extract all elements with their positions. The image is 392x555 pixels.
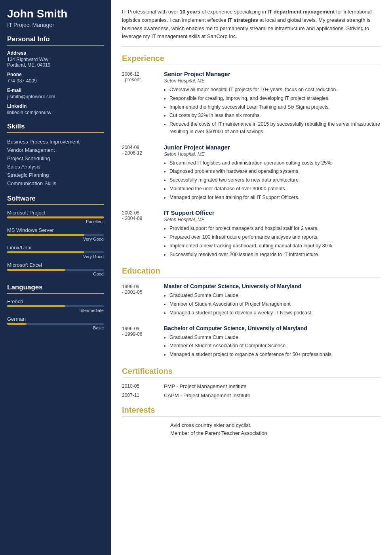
phone-value: 774-987-4009 — [7, 78, 104, 84]
education-heading: Education — [122, 266, 381, 278]
language-item: FrenchIntermediate — [7, 299, 104, 313]
skill-item: Vendor Management — [7, 146, 104, 154]
language-bar-level: Intermediate — [7, 308, 104, 313]
software-bar-fill — [7, 216, 104, 218]
software-bar-container — [7, 216, 104, 218]
linkedin-value: linkedin.com/johnutw — [7, 110, 104, 115]
education-entry: 1999-09 - 2001-05Master of Computer Scie… — [122, 283, 381, 318]
entry-content: IT Support OfficerSeton Hospital, MEProv… — [164, 209, 381, 259]
software-heading: Software — [7, 195, 104, 205]
language-item: GermanBasic — [7, 316, 104, 330]
software-list: Microsoft ProjectExcellentMS Windows Ser… — [7, 210, 104, 276]
summary: IT Professional with over 10 years of ex… — [122, 8, 381, 47]
entry-bullets: Provided support for project managers an… — [164, 225, 381, 258]
skill-item: Strategic Planning — [7, 171, 104, 179]
software-item: Linux/UnixVery Good — [7, 245, 104, 259]
language-bar-level: Basic — [7, 325, 104, 330]
experience-heading: Experience — [122, 54, 381, 65]
edu-entry-bullet: Graduated Summa Cum Laude. — [169, 334, 381, 341]
experience-entry: 2004-09 - 2006-12Junior Project ManagerS… — [122, 144, 381, 203]
experience-entry: 2006-12 - presentSenior Project ManagerS… — [122, 71, 381, 137]
entry-job-title: IT Support Officer — [164, 209, 381, 216]
entry-bullet: Cut costs by 32% in less than six months… — [169, 112, 381, 119]
entry-date: 2002-08 - 2004-09 — [122, 209, 158, 259]
entry-bullet: Implemented a new tracking dashboard, cu… — [169, 242, 381, 250]
interests-list: Avid cross country skier and cyclist.Mem… — [122, 422, 381, 438]
edu-entry-date: 1999-09 - 2001-05 — [122, 283, 158, 318]
entry-org: Seton Hospital, ME — [164, 78, 381, 84]
experience-section: Experience 2006-12 - presentSenior Proje… — [122, 54, 381, 259]
address-label: Address — [7, 50, 104, 56]
edu-entry-degree: Master of Computer Science, University o… — [164, 283, 381, 289]
entry-bullets: Oversaw all major hospital IT projects f… — [164, 86, 381, 136]
software-bar-level: Very Good — [7, 237, 104, 241]
entry-bullet: Prepared over 100 infrastructure perform… — [169, 233, 381, 241]
edu-entry-degree: Bachelor of Computer Science, University… — [164, 325, 381, 331]
entry-job-title: Junior Project Manager — [164, 144, 381, 151]
edu-entry-content: Bachelor of Computer Science, University… — [164, 325, 381, 360]
edu-entry-bullet: Member of Student Association of Project… — [169, 300, 381, 308]
entry-bullets: Streamlined IT logistics and administrat… — [164, 159, 381, 201]
software-item: Microsoft ProjectExcellent — [7, 210, 104, 224]
sidebar: John Smith IT Project Manager Personal I… — [0, 0, 111, 555]
software-bar-fill — [7, 234, 84, 236]
certifications-section: Certifications 2010-05PMP - Project Mana… — [122, 367, 381, 398]
entry-bullet: Successfully migrated two servers to new… — [169, 176, 381, 184]
software-item: Microsoft ExcelGood — [7, 262, 104, 276]
entry-bullet: Successfully resolved over 200 issues in… — [169, 251, 381, 258]
skill-item: Business Process Improvement — [7, 138, 104, 146]
edu-entry-bullet: Graduated Summa Cum Laude. — [169, 292, 381, 299]
software-bar-fill — [7, 269, 65, 271]
language-item-label: German — [7, 316, 104, 322]
interest-item: Member of the Parent Teacher Association… — [170, 430, 268, 436]
experience-entry: 2002-08 - 2004-09IT Support OfficerSeton… — [122, 209, 381, 259]
entry-content: Junior Project ManagerSeton Hospital, ME… — [164, 144, 381, 203]
skills-heading: Skills — [7, 122, 104, 133]
education-entries: 1999-09 - 2001-05Master of Computer Scie… — [122, 283, 381, 360]
address-line2: Portland, ME, 04019 — [7, 62, 104, 68]
interests-entry: Avid cross country skier and cyclist.Mem… — [122, 422, 381, 438]
entry-org: Seton Hospital, ME — [164, 151, 381, 157]
interest-item: Avid cross country skier and cyclist. — [170, 422, 268, 428]
education-entry: 1996-09 - 1999-06Bachelor of Computer Sc… — [122, 325, 381, 360]
certification-row: 2007-11CAPM - Project Management Institu… — [122, 392, 381, 398]
entry-date: 2004-09 - 2006-12 — [122, 144, 158, 203]
certifications-heading: Certifications — [122, 367, 381, 378]
software-item-label: Linux/Unix — [7, 245, 104, 251]
linkedin-label: LinkedIn — [7, 103, 104, 109]
entry-bullet: Oversaw all major hospital IT projects f… — [169, 86, 381, 94]
cert-date: 2010-05 — [122, 383, 158, 389]
email-value: j.smith@uptowork.com — [7, 94, 104, 100]
email-label: E-mail — [7, 88, 104, 93]
software-bar-level: Very Good — [7, 254, 104, 259]
skill-item: Project Scheduling — [7, 154, 104, 163]
edu-entry-bullet: Member of Student Association of Compute… — [169, 342, 381, 350]
edu-entry-bullet: Managed a student project to organize a … — [169, 351, 381, 358]
skill-item: Sales Analysis — [7, 163, 104, 171]
edu-entry-bullets: Graduated Summa Cum Laude.Member of Stud… — [164, 334, 381, 358]
language-bar-fill — [7, 305, 65, 307]
edu-entry-content: Master of Computer Science, University o… — [164, 283, 381, 318]
address-line1: 134 Rightward Way — [7, 57, 104, 62]
entry-job-title: Senior Project Manager — [164, 71, 381, 77]
edu-entry-bullet: Managed a student project to develop a w… — [169, 309, 381, 317]
language-bar-fill — [7, 323, 27, 325]
software-bar-level: Excellent — [7, 219, 104, 224]
interests-heading: Interests — [122, 406, 381, 417]
entry-bullet: Streamlined IT logistics and administrat… — [169, 159, 381, 167]
edu-entry-bullets: Graduated Summa Cum Laude.Member of Stud… — [164, 292, 381, 316]
skills-list: Business Process ImprovementVendor Manag… — [7, 138, 104, 188]
sidebar-title: IT Project Manager — [7, 22, 104, 28]
languages-heading: Languages — [7, 283, 104, 294]
software-bar-container — [7, 234, 104, 236]
software-bar-fill — [7, 251, 84, 253]
education-section: Education 1999-09 - 2001-05Master of Com… — [122, 266, 381, 360]
certification-row: 2010-05PMP - Project Management Institut… — [122, 383, 381, 389]
software-item-label: MS Windows Server — [7, 227, 104, 233]
software-bar-level: Good — [7, 272, 104, 276]
entry-bullet: Diagnosed problems with hardware and ope… — [169, 168, 381, 175]
entry-date: 2006-12 - present — [122, 71, 158, 137]
cert-name: PMP - Project Management Institute — [164, 383, 247, 389]
entry-bullet: Implemented the highly successful Lean T… — [169, 103, 381, 111]
software-bar-container — [7, 269, 104, 271]
